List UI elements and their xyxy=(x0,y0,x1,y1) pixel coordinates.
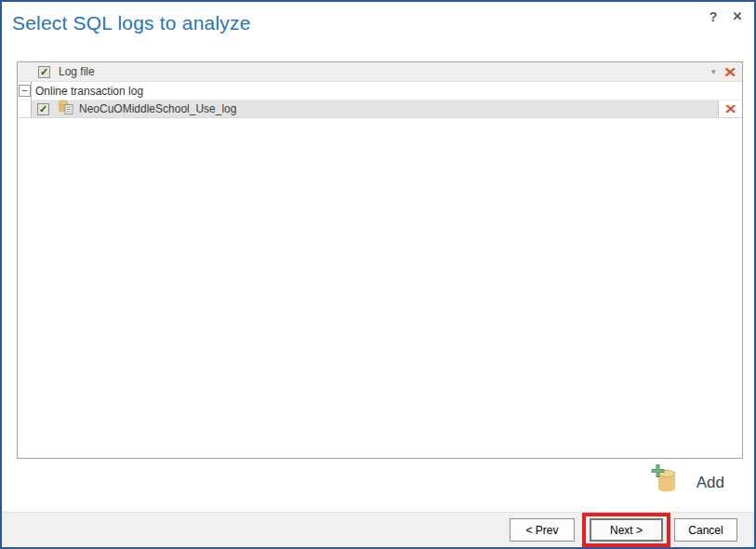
next-button[interactable]: Next > xyxy=(590,518,663,542)
grid-header-row: ✓ Log file ▾ ✕ xyxy=(18,62,742,82)
collapse-icon[interactable]: − xyxy=(19,85,31,97)
checkmark-icon: ✓ xyxy=(40,67,48,77)
prev-button[interactable]: < Prev xyxy=(510,518,575,542)
add-button-label[interactable]: Add xyxy=(696,474,724,492)
next-button-highlight: Next > xyxy=(582,513,670,547)
checkmark-icon: ✓ xyxy=(39,104,47,114)
header-checkbox[interactable]: ✓ xyxy=(38,66,50,78)
log-file-cell[interactable]: ✓ NeoCuOMiddleSchool_Use_log xyxy=(32,100,718,117)
log-file-grid: ✓ Log file ▾ ✕ − Online transaction log … xyxy=(17,61,743,459)
group-label: Online transaction log xyxy=(35,85,143,98)
cancel-button[interactable]: Cancel xyxy=(674,518,737,542)
page-title: Select SQL logs to analyze xyxy=(12,12,251,34)
header-label: Log file xyxy=(59,65,95,78)
tree-gutter xyxy=(18,100,32,117)
add-log-control[interactable]: Add xyxy=(650,464,724,502)
tree-gutter: − xyxy=(18,82,32,100)
add-database-icon xyxy=(650,464,681,502)
dialog-window: Select SQL logs to analyze ? ✕ ✓ Log fil… xyxy=(0,0,756,549)
database-log-icon xyxy=(58,100,73,118)
footer-bar: < Prev Next > Cancel xyxy=(2,512,754,547)
log-file-name: NeoCuOMiddleSchool_Use_log xyxy=(79,102,236,115)
remove-all-icon[interactable]: ✕ xyxy=(723,65,736,79)
remove-row-cell[interactable]: ✕ xyxy=(718,100,742,117)
help-icon[interactable]: ? xyxy=(706,8,721,25)
remove-row-icon: ✕ xyxy=(724,102,736,115)
table-row[interactable]: ✓ NeoCuOMiddleSchool_Use_log ✕ xyxy=(18,100,742,118)
row-checkbox[interactable]: ✓ xyxy=(37,103,49,115)
close-icon[interactable]: ✕ xyxy=(730,8,745,25)
group-row-online-transaction-log: − Online transaction log xyxy=(18,82,742,100)
chevron-down-icon[interactable]: ▾ xyxy=(711,68,716,76)
